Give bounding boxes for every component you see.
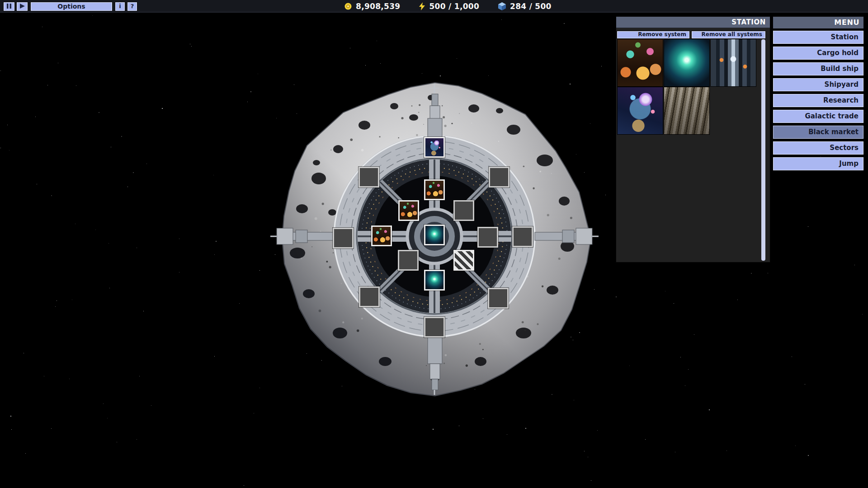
- energy-value: 500 / 1,000: [429, 2, 479, 11]
- cargo-value: 284 / 500: [510, 2, 552, 11]
- menu-item-jump[interactable]: Jump: [773, 157, 863, 170]
- top-bar: Options i ? 8,908,539 500 / 1,000: [0, 0, 868, 13]
- station-slot-empty[interactable]: [424, 317, 445, 338]
- credits-value: 8,908,539: [356, 2, 400, 11]
- menu-item-research[interactable]: Research: [773, 94, 863, 107]
- menu-items: StationCargo holdBuild shipShipyardResea…: [773, 31, 863, 170]
- station-slot-observatory[interactable]: [424, 137, 445, 158]
- station-slot-empty[interactable]: [359, 286, 380, 307]
- menu-panel-title: MENU: [773, 17, 863, 28]
- system-thumbnail-grid: [618, 39, 757, 134]
- menu-item-galactic-trade[interactable]: Galactic trade: [773, 110, 863, 123]
- menu-item-cargo-hold[interactable]: Cargo hold: [773, 47, 863, 60]
- credits-display: 8,908,539: [344, 2, 400, 11]
- cargo-display: 284 / 500: [498, 2, 552, 11]
- station-panel-title: STATION: [616, 17, 770, 28]
- station-slot-empty[interactable]: [488, 288, 509, 309]
- station-slot-market[interactable]: [424, 179, 445, 200]
- station-slot-reactor[interactable]: [424, 270, 445, 291]
- station-slot-empty[interactable]: [512, 226, 533, 247]
- station-slot-empty[interactable]: [477, 227, 498, 248]
- scrollbar-thumb[interactable]: [761, 39, 765, 261]
- station-slot-market[interactable]: [371, 225, 392, 246]
- system-thumbnail-cantina[interactable]: [618, 39, 663, 86]
- system-thumbnail-reactor[interactable]: [664, 39, 709, 86]
- station-slot-empty[interactable]: [359, 167, 379, 188]
- menu-item-shipyard[interactable]: Shipyard: [773, 78, 863, 91]
- game-viewport: Options i ? 8,908,539 500 / 1,000: [0, 0, 868, 488]
- pause-icon: [7, 4, 11, 9]
- station-slot-blocked[interactable]: [453, 250, 474, 271]
- station-slot-market[interactable]: [398, 200, 419, 221]
- options-button[interactable]: Options: [31, 2, 112, 11]
- station-slot-empty[interactable]: [453, 200, 474, 221]
- help-button[interactable]: ?: [127, 2, 137, 11]
- coin-icon: [344, 3, 352, 10]
- resource-bar: 8,908,539 500 / 1,000 284 / 500: [344, 0, 552, 13]
- station-slot-reactor[interactable]: [424, 225, 445, 245]
- station-panel-scrollbar[interactable]: [761, 39, 765, 261]
- pause-button[interactable]: [4, 2, 14, 11]
- menu-item-station[interactable]: Station: [773, 31, 863, 44]
- system-thumbnail-warehouse[interactable]: [711, 39, 756, 86]
- info-button[interactable]: i: [115, 2, 125, 11]
- menu-item-black-market[interactable]: Black market: [773, 126, 863, 139]
- cube-icon: [498, 2, 506, 10]
- energy-display: 500 / 1,000: [419, 2, 479, 11]
- menu-panel: MENU StationCargo holdBuild shipShipyard…: [773, 17, 863, 173]
- system-thumbnail-factory[interactable]: [664, 87, 709, 134]
- remove-all-systems-button[interactable]: Remove all systems: [692, 31, 765, 38]
- play-button[interactable]: [17, 2, 28, 11]
- station-slot-empty[interactable]: [398, 250, 419, 271]
- station-slot-empty[interactable]: [333, 228, 354, 249]
- play-icon: [20, 4, 25, 9]
- remove-system-button[interactable]: Remove system: [617, 31, 689, 38]
- station-slot-empty[interactable]: [489, 167, 509, 188]
- station-panel: STATION Remove system Remove all systems: [616, 17, 770, 262]
- system-thumbnail-observatory[interactable]: [618, 87, 663, 134]
- menu-item-build-ship[interactable]: Build ship: [773, 62, 863, 75]
- lightning-icon: [419, 2, 425, 10]
- menu-item-sectors[interactable]: Sectors: [773, 141, 863, 155]
